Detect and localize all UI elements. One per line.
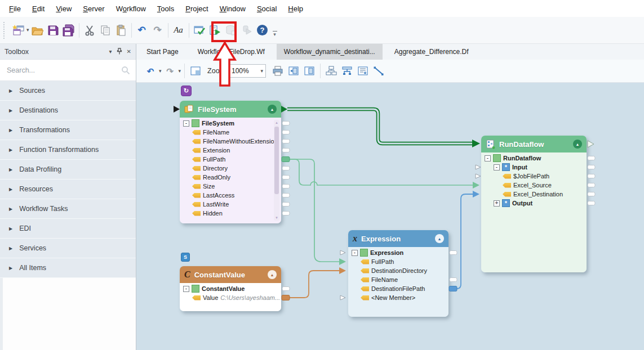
open-button[interactable]	[29, 23, 45, 38]
rundataflow-output-port[interactable]	[588, 141, 594, 147]
menu-item[interactable]: Window	[214, 2, 251, 15]
node-constantvalue[interactable]: C ConstantValue ▲ - * ConstantValue	[180, 266, 281, 311]
tree-row[interactable]: * FullPath	[348, 257, 448, 266]
port-stub[interactable]	[282, 287, 290, 291]
document-tab[interactable]: Workflow_dynamic_destinati...	[277, 44, 383, 60]
port-stub[interactable]	[588, 156, 595, 160]
tree-row[interactable]: - * RunDataflow	[481, 154, 587, 163]
node-expression-header[interactable]: x Expression ▲	[348, 230, 448, 247]
tree-row[interactable]: * FileNameWithoutExtension	[180, 137, 281, 146]
node-expression[interactable]: x Expression ▲ - * Expression	[348, 230, 448, 317]
tree-row[interactable]: - * Input	[481, 163, 587, 172]
link-constant-value[interactable]	[290, 267, 346, 298]
font-button[interactable]: Aa	[171, 23, 186, 38]
toolbox-category[interactable]: ▶ All Items	[0, 258, 136, 278]
new-document-button[interactable]	[11, 23, 26, 38]
tree-row[interactable]: * Extension	[180, 146, 281, 155]
menu-item[interactable]: Server	[77, 2, 110, 15]
collapse-node-button[interactable]: ▲	[268, 270, 277, 279]
menu-item[interactable]: Help	[282, 2, 309, 15]
link-destination-filepath[interactable]	[457, 191, 479, 289]
collapse-node-button[interactable]: ▲	[435, 234, 444, 243]
save-all-button[interactable]	[61, 23, 77, 38]
menu-item[interactable]: View	[50, 2, 77, 15]
port-stub[interactable]	[282, 167, 290, 170]
window-position-caret-icon[interactable]: ▾	[109, 48, 112, 55]
redo-button[interactable]: ↷	[150, 23, 166, 38]
node-filesystem-header[interactable]: FileSystem ▲	[180, 101, 281, 118]
input-port[interactable]	[340, 295, 345, 300]
menu-item[interactable]: Workflow	[110, 2, 152, 15]
expander-icon[interactable]: +	[494, 200, 500, 207]
save-button[interactable]	[45, 23, 61, 38]
menu-item[interactable]: Social	[251, 2, 282, 15]
print-button[interactable]	[270, 64, 285, 78]
input-port[interactable]	[476, 165, 481, 169]
workflow-link-filesystem-rundataflow[interactable]	[281, 106, 480, 147]
port-stub[interactable]	[282, 131, 290, 134]
node-filesystem[interactable]: FileSystem ▲ - * FileSystem	[180, 101, 281, 223]
menu-item[interactable]: File	[3, 2, 26, 15]
straight-links-button[interactable]	[371, 64, 386, 78]
document-tab[interactable]: Start Page	[139, 44, 186, 60]
zoom-select[interactable]: 100% ▾	[229, 64, 266, 78]
toolbox-category[interactable]: ▶ Sources	[0, 81, 136, 101]
port-stub[interactable]	[282, 185, 290, 189]
port-stub[interactable]	[282, 203, 290, 207]
port-stub[interactable]	[282, 140, 290, 143]
toolbar-options-button[interactable]: ▾	[273, 31, 277, 38]
tree-row[interactable]: - * ConstantValue	[180, 284, 281, 293]
tree-row[interactable]: + * Output	[481, 199, 587, 208]
toolbox-category[interactable]: ▶ Destinations	[0, 101, 136, 120]
tree-row[interactable]: * DestinationFilePath	[348, 284, 448, 293]
document-tab[interactable]: Aggregate_Difference.Df	[387, 44, 476, 60]
input-port[interactable]	[476, 174, 481, 178]
scrollbar-thumb[interactable]	[274, 127, 279, 194]
redo-dropdown-caret[interactable]: ▾	[179, 69, 181, 74]
tree-row[interactable]: * LastAccess	[180, 191, 281, 200]
port-stub[interactable]	[588, 192, 595, 196]
node-rundataflow-header[interactable]: RunDataflow ▲	[481, 136, 587, 152]
port-stub[interactable]	[450, 278, 457, 282]
menu-item[interactable]: Project	[180, 2, 214, 15]
copy-button[interactable]	[97, 23, 113, 38]
port-stub[interactable]	[282, 122, 290, 125]
filesystem-input-port[interactable]	[174, 106, 180, 113]
menu-item[interactable]: Tools	[152, 2, 180, 15]
scroll-up-icon[interactable]: ▲	[274, 120, 279, 125]
port-stub[interactable]	[450, 251, 457, 255]
tree-row[interactable]: - * FileSystem	[180, 119, 281, 128]
help-button[interactable]: ?	[255, 23, 270, 38]
port-stub[interactable]	[588, 165, 595, 169]
toolbox-search-input[interactable]	[6, 66, 121, 75]
toolbar-grip-icon[interactable]	[3, 22, 7, 39]
tree-row[interactable]: * Excel_Source	[481, 181, 587, 190]
pin-icon[interactable]	[117, 48, 122, 56]
close-icon[interactable]: ✕	[127, 48, 131, 55]
tree-row[interactable]: * <New Member>	[348, 293, 448, 302]
toolbox-category[interactable]: ▶ Resources	[0, 180, 136, 199]
layout-list-button[interactable]	[356, 64, 370, 78]
new-dropdown-caret[interactable]: ▾	[26, 28, 29, 33]
collapse-all-button[interactable]	[302, 64, 317, 78]
port-stub[interactable]	[282, 194, 290, 198]
scroll-down-icon[interactable]: ▼	[274, 215, 279, 221]
port-stub[interactable]	[588, 174, 595, 178]
expander-icon[interactable]: -	[183, 286, 189, 292]
tree-row[interactable]: - * Expression	[348, 248, 448, 257]
undo-button[interactable]: ↶	[134, 23, 150, 38]
toolbox-category[interactable]: ▶ Data Profiling	[0, 160, 136, 180]
toolbox-category[interactable]: ▶ Workflow Tasks	[0, 199, 136, 219]
auto-layout-vertical-button[interactable]	[340, 64, 354, 78]
node-rundataflow[interactable]: RunDataflow ▲ - * RunDataflow	[481, 136, 587, 272]
expander-icon[interactable]: -	[485, 155, 491, 161]
verify-workflow-button[interactable]	[192, 23, 207, 38]
job-monitor-button[interactable]	[223, 23, 239, 38]
toolbox-category[interactable]: ▶ Transformations	[0, 120, 136, 140]
workflow-canvas[interactable]: ↻ S FileSystem ▲	[136, 83, 644, 350]
port-stub[interactable]	[588, 201, 595, 205]
tree-row[interactable]: * DestinationDirectory	[348, 266, 448, 275]
menu-item[interactable]: Edit	[26, 2, 50, 15]
preview-button[interactable]	[188, 64, 203, 78]
collapse-node-button[interactable]: ▲	[268, 105, 277, 114]
